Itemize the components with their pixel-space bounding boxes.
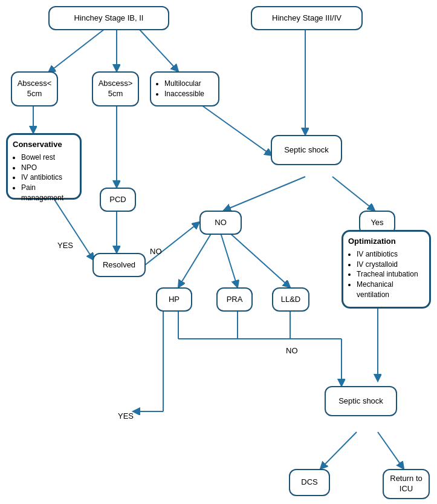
svg-line-11	[221, 233, 238, 287]
abscess-gt-node: Abscess>5cm	[92, 71, 139, 106]
svg-line-10	[178, 233, 212, 287]
no-left-label: NO	[150, 247, 162, 256]
svg-line-15	[145, 222, 199, 265]
hinchey-stage-1-node: Hinchey Stage IB, II	[48, 6, 169, 30]
yes-left-label: YES	[57, 241, 73, 250]
svg-line-3	[139, 29, 178, 71]
hp-node: HP	[156, 287, 192, 312]
dcs-node: DCS	[289, 469, 330, 496]
svg-line-5	[202, 106, 272, 155]
pcd-node: PCD	[100, 188, 136, 212]
hinchey-stage-2-node: Hinchey Stage III/IV	[251, 6, 363, 30]
septic-shock-bot-node: Septic shock	[325, 386, 397, 416]
svg-line-23	[378, 432, 404, 469]
svg-line-1	[48, 29, 105, 73]
svg-line-9	[332, 177, 375, 211]
yes-bottom-label: YES	[118, 411, 134, 421]
conservative-node: Conservative Bowel rest NPO IV antibioti…	[6, 133, 82, 200]
svg-line-22	[320, 432, 357, 469]
return-icu-node: Return toICU	[383, 469, 430, 499]
abscess-lt-node: Abscess<5cm	[11, 71, 58, 106]
svg-line-16	[54, 200, 94, 260]
pra-node: PRA	[216, 287, 253, 312]
optimization-node: Optimization IV antibiotics IV crystallo…	[342, 230, 431, 309]
svg-line-8	[224, 177, 305, 211]
svg-line-12	[230, 233, 290, 287]
flowchart: Hinchey Stage IB, II Hinchey Stage III/I…	[0, 0, 437, 504]
septic-shock-top-node: Septic shock	[271, 135, 342, 165]
llnd-node: LL&D	[272, 287, 309, 312]
multilocular-node: Multilocular Inaccessible	[150, 71, 219, 106]
no-bottom-label: NO	[286, 346, 298, 355]
resolved-node: Resolved	[92, 253, 146, 277]
no-node: NO	[199, 211, 242, 235]
